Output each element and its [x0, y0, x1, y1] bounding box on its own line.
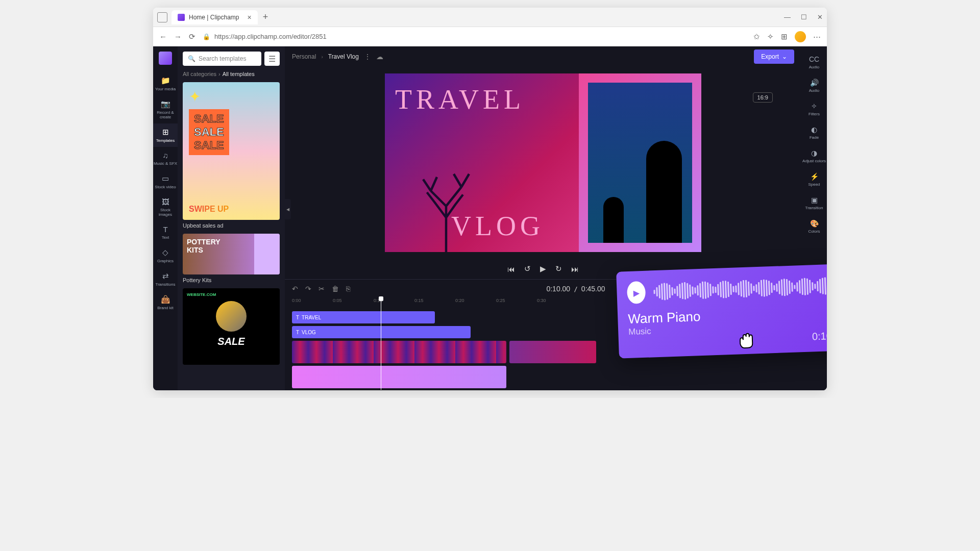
back-icon[interactable]: ←	[159, 32, 167, 41]
project-name[interactable]: Travel Vlog	[328, 53, 359, 60]
close-window-icon[interactable]: ✕	[817, 13, 823, 21]
filter-icon: ☰	[268, 54, 276, 64]
tab-title: Home | Clipchamp	[189, 14, 239, 21]
app-logo-icon[interactable]	[159, 52, 172, 65]
playhead[interactable]	[381, 298, 381, 390]
video-clip[interactable]	[292, 366, 506, 388]
template-thumbnail: ✦ SALE SALE SALE SWIPE UP	[183, 82, 280, 220]
video-canvas[interactable]: TRAVEL VLOG	[385, 73, 701, 252]
nav-music-sfx[interactable]: ♫Music & SFX	[153, 147, 178, 170]
templates-icon: ⊞	[162, 128, 169, 137]
skip-end-icon[interactable]: ⏭	[571, 265, 579, 273]
text-clip-travel[interactable]: T TRAVEL	[292, 311, 435, 323]
forward-icon[interactable]: ↻	[555, 264, 562, 273]
chevron-right-icon: ›	[321, 54, 323, 60]
close-tab-icon[interactable]: ×	[247, 13, 251, 21]
tool-colors[interactable]: 🎨Colors	[801, 216, 827, 237]
camera-icon: 📷	[161, 99, 170, 109]
tool-audio[interactable]: 🔊Audio	[801, 75, 827, 96]
canvas-photo	[588, 83, 692, 243]
extensions-icon[interactable]: ⊞	[781, 32, 788, 41]
browser-tab[interactable]: Home | Clipchamp ×	[172, 10, 258, 24]
refresh-icon[interactable]: ⟳	[189, 32, 195, 41]
play-icon[interactable]: ▶	[540, 264, 546, 273]
template-card[interactable]: WEBSITE.COM SALE	[183, 288, 280, 365]
audio-drag-card[interactable]: ▶ Warm Piano Music 0:10	[616, 264, 827, 358]
breadcrumb-current: All templates	[223, 71, 255, 77]
tool-speed[interactable]: ⚡Speed	[801, 169, 827, 190]
tab-overview-icon[interactable]	[157, 12, 167, 22]
cc-icon: CC	[809, 55, 819, 63]
delete-icon[interactable]: 🗑	[332, 285, 339, 293]
breadcrumb-root[interactable]: Personal	[292, 53, 316, 60]
more-options-icon[interactable]: ⋮	[364, 53, 371, 61]
sparkle-icon: ✦	[189, 88, 274, 105]
tool-filters[interactable]: ✧Filters	[801, 98, 827, 120]
undo-icon[interactable]: ↶	[292, 285, 298, 293]
template-card[interactable]: POTTERY KITS Pottery Kits	[183, 234, 280, 283]
preview-area: 16:9 TRAVEL VLOG	[285, 67, 801, 259]
maximize-icon[interactable]: ☐	[801, 13, 807, 21]
minimize-icon[interactable]: —	[784, 13, 791, 21]
rewind-icon[interactable]: ↺	[524, 264, 531, 273]
tool-transition[interactable]: ▣Transition	[801, 192, 827, 214]
nav-templates[interactable]: ⊞Templates	[153, 123, 178, 147]
template-thumbnail: POTTERY KITS	[183, 234, 280, 274]
transitions-icon: ⇄	[162, 271, 169, 281]
text-clip-vlog[interactable]: T VLOG	[292, 326, 471, 338]
app-window: Home | Clipchamp × + — ☐ ✕ ← → ⟳ 🔒 https…	[153, 8, 827, 390]
forward-icon[interactable]: →	[174, 32, 182, 41]
music-icon: ♫	[162, 151, 168, 160]
new-tab-button[interactable]: +	[263, 12, 268, 22]
palette-icon: 🎨	[810, 219, 819, 228]
breadcrumb-parent[interactable]: All categories	[183, 71, 216, 77]
audio-duration: 0:10	[812, 330, 827, 342]
skip-start-icon[interactable]: ⏮	[507, 265, 515, 273]
window-controls: — ☐ ✕	[784, 13, 823, 21]
fade-icon: ◐	[811, 126, 817, 134]
speed-icon: ⚡	[810, 172, 819, 181]
filter-button[interactable]: ☰	[264, 52, 280, 66]
nav-transitions[interactable]: ⇄Transitions	[153, 267, 178, 291]
search-input[interactable]: 🔍 Search templates	[183, 52, 261, 66]
favorite-icon[interactable]: ✩	[753, 32, 760, 41]
tool-fade[interactable]: ◐Fade	[801, 122, 827, 143]
template-thumbnail: WEBSITE.COM SALE	[183, 288, 280, 365]
video-clip[interactable]	[509, 341, 596, 363]
ruler-tick: 0:20	[455, 298, 496, 309]
template-card[interactable]: ✦ SALE SALE SALE SWIPE UP Upbeat sales a…	[183, 82, 280, 229]
waveform-icon	[653, 276, 827, 302]
url-text: https://app.clipchamp.com/editor/2851	[214, 33, 327, 40]
duplicate-icon[interactable]: ⎘	[346, 285, 350, 293]
canvas-text-vlog: VLOG	[451, 210, 544, 242]
canvas-text-travel: TRAVEL	[395, 84, 569, 115]
search-icon: 🔍	[188, 55, 195, 62]
split-icon[interactable]: ✂	[318, 285, 325, 293]
ruler-tick: 0:15	[414, 298, 455, 309]
nav-brand-kit[interactable]: 👜Brand kit	[153, 291, 178, 314]
cloud-sync-icon[interactable]: ☁	[376, 53, 383, 61]
search-placeholder: Search templates	[199, 55, 246, 62]
video-clip[interactable]	[292, 341, 506, 363]
image-icon: 🖼	[162, 197, 169, 206]
more-icon[interactable]: ⋯	[813, 32, 821, 41]
aspect-ratio-button[interactable]: 16:9	[753, 92, 773, 103]
tool-audio[interactable]: CCAudio	[801, 52, 827, 73]
nav-stock-images[interactable]: 🖼Stock images	[153, 193, 178, 221]
nav-stock-video[interactable]: ▭Stock video	[153, 170, 178, 193]
export-button[interactable]: Export ⌄	[754, 49, 794, 64]
ruler-tick: 0:00	[292, 298, 333, 309]
profile-avatar[interactable]	[795, 31, 806, 42]
redo-icon[interactable]: ↷	[305, 285, 311, 293]
nav-record-create[interactable]: 📷Record & create	[153, 95, 178, 123]
graphics-icon: ◇	[162, 248, 168, 257]
text-icon: T	[296, 330, 299, 335]
video-icon: ▭	[162, 174, 169, 183]
audio-play-button[interactable]: ▶	[627, 281, 646, 304]
url-field[interactable]: 🔒 https://app.clipchamp.com/editor/2851	[203, 33, 746, 40]
collections-icon[interactable]: ✧	[767, 32, 774, 41]
nav-text[interactable]: TText	[153, 221, 178, 244]
tool-adjust-colors[interactable]: ◑Adjust colors	[801, 145, 827, 167]
nav-your-media[interactable]: 📁Your media	[153, 72, 178, 95]
nav-graphics[interactable]: ◇Graphics	[153, 244, 178, 267]
